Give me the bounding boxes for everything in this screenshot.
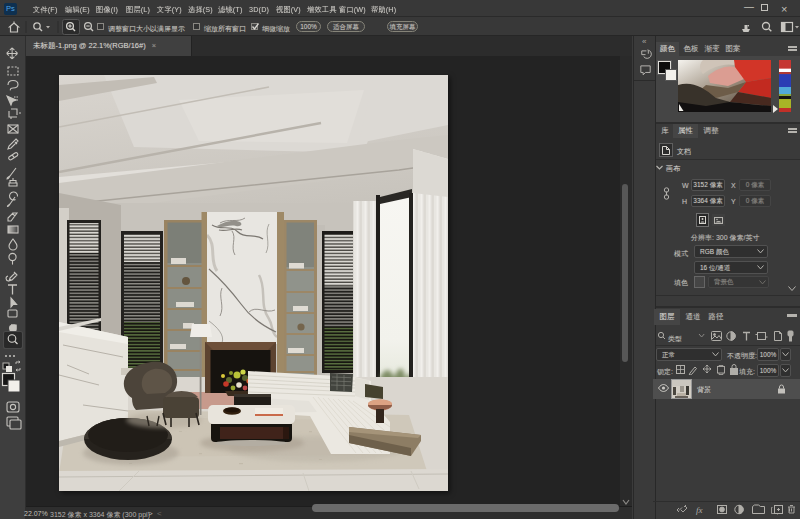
svg-text:fx: fx bbox=[696, 505, 703, 515]
